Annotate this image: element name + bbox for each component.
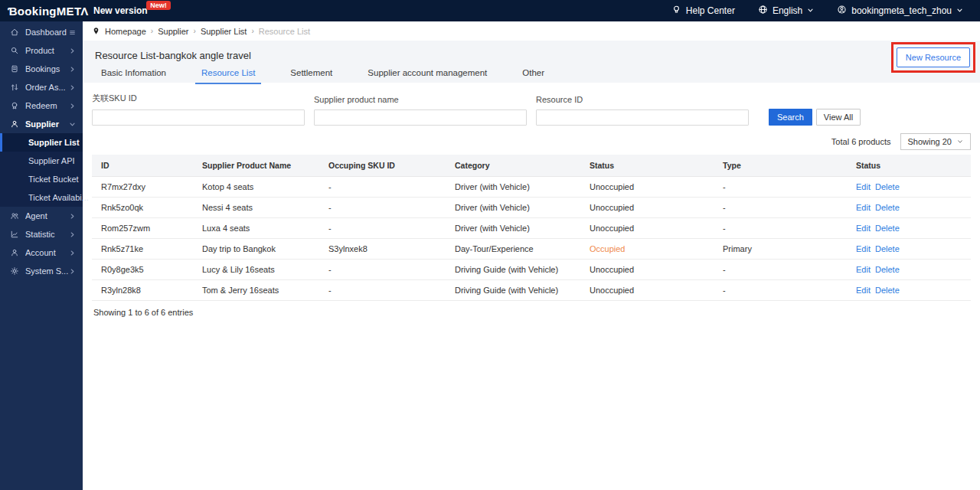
breadcrumb: Homepage›Supplier›Supplier List›Resource… [83,21,980,41]
edit-link[interactable]: Edit [856,224,871,233]
sidebar-item-supplier-list[interactable]: Supplier List [0,133,83,152]
sidebar-item-redeem[interactable]: Redeem [0,96,83,115]
filter-input-2[interactable] [536,109,749,126]
tab-resource-list[interactable]: Resource List [195,68,261,84]
delete-link[interactable]: Delete [875,203,900,212]
sidebar-item-order-as[interactable]: Order As... [0,78,83,96]
cell-actions: EditDelete [847,218,971,239]
delete-link[interactable]: Delete [875,224,900,233]
cell-status: Unoccupied [580,218,714,239]
view-all-button[interactable]: View All [816,109,861,126]
sidebar-item-system-s[interactable]: System S... [0,262,83,280]
help-center-link[interactable]: Help Center [671,5,735,17]
table-header-row: IDSupplier Product NameOccuping SKU IDCa… [92,155,971,177]
delete-link[interactable]: Delete [875,286,900,295]
cell-type: - [714,260,847,280]
cell-id: Rnk5zo0qk [92,198,193,218]
cell-type: - [714,177,847,198]
table-row: R7mx27dxyKotop 4 seats-Driver (with Vehi… [92,177,971,198]
resource-table-body: R7mx27dxyKotop 4 seats-Driver (with Vehi… [92,177,971,301]
page-title: Resource List-bangkok angle travel [95,50,971,61]
tab-supplier-account-management[interactable]: Supplier account management [361,68,493,84]
chevron-down-icon [957,137,963,146]
sidebar-item-agent[interactable]: Agent [0,207,83,225]
breadcrumb-item[interactable]: Supplier List [201,27,247,36]
cell-sku: - [319,260,446,280]
page-size-dropdown[interactable]: Showing 20 [900,133,972,150]
cell-category: Day-Tour/Experience [446,239,580,260]
help-center-label: Help Center [686,5,735,16]
cell-id: R7mx27dxy [92,177,193,198]
tab-other[interactable]: Other [516,68,550,84]
filter-input-0[interactable] [92,109,305,126]
sidebar-item-ticket-availabi[interactable]: Ticket Availabi... [0,188,83,207]
tab-settlement[interactable]: Settlement [284,68,338,84]
main-content: Homepage›Supplier›Supplier List›Resource… [83,21,980,490]
new-resource-button[interactable]: New Resource [897,47,970,67]
filter-field: 关联SKU ID [92,93,305,126]
cell-category: Driver (with Vehicle) [446,218,580,239]
clipboard-icon [10,64,19,74]
breadcrumb-item: Resource List [259,27,310,36]
location-pin-icon [92,27,100,35]
edit-link[interactable]: Edit [856,182,871,191]
filter-input-1[interactable] [314,109,527,126]
delete-link[interactable]: Delete [875,244,900,253]
sidebar-item-label: Statistic [25,230,69,239]
cell-name: Day trip to Bangkok [193,239,319,260]
sidebar-subitem-label: Ticket Availabi... [28,193,89,202]
language-selector[interactable]: English [758,5,814,17]
delete-link[interactable]: Delete [875,182,900,191]
edit-link[interactable]: Edit [856,203,871,212]
edit-link[interactable]: Edit [856,244,871,253]
table-row: R3yln28k8Tom & Jerry 16seats-Driving Gui… [92,280,971,301]
filter-field: Resource ID [536,95,749,126]
user-circle-icon [837,5,847,17]
menu-icon[interactable] [69,29,76,36]
list-toolbar: Total 6 products Showing 20 [92,133,971,150]
sidebar-item-supplier-api[interactable]: Supplier API [0,152,83,170]
sidebar-item-statistic[interactable]: Statistic [0,225,83,243]
resource-table: IDSupplier Product NameOccuping SKU IDCa… [92,155,971,301]
language-label: English [773,5,802,16]
edit-link[interactable]: Edit [856,286,871,295]
tab-basic-infomation[interactable]: Basic Infomation [95,68,172,84]
cell-actions: EditDelete [847,177,971,198]
arrows-icon [10,83,19,92]
cell-type: - [714,198,847,218]
sidebar-item-product[interactable]: Product [0,41,83,60]
sidebar-submenu: Supplier ListSupplier APITicket BucketTi… [0,133,83,207]
new-version-link[interactable]: New version New! [93,5,148,16]
user-menu[interactable]: bookingmeta_tech_zhou [837,5,963,17]
sidebar-item-bookings[interactable]: Bookings [0,60,83,78]
breadcrumb-item[interactable]: Supplier [158,27,188,36]
sidebar-item-ticket-bucket[interactable]: Ticket Bucket [0,170,83,188]
bulb-icon [671,5,681,17]
cell-sku: - [319,198,446,218]
search-icon [10,46,19,55]
sidebar-item-dashboard[interactable]: Dashboard [0,23,83,41]
sidebar-item-account[interactable]: Account [0,243,83,262]
username: bookingmeta_tech_zhou [851,5,952,16]
cell-category: Driving Guide (with Vehicle) [446,260,580,280]
delete-link[interactable]: Delete [875,265,900,274]
breadcrumb-item[interactable]: Homepage [105,27,146,36]
breadcrumb-separator: › [251,27,253,35]
breadcrumb-separator: › [151,27,153,35]
chevron-down-icon [956,5,963,16]
chevron-down-icon [807,5,814,16]
chevron-right-icon [69,268,76,275]
sidebar-item-supplier[interactable]: Supplier [0,115,83,133]
filter-field: Supplier product name [314,95,527,126]
filter-label: Supplier product name [314,95,527,104]
gear-icon [10,266,19,276]
column-header: Type [714,155,847,177]
cell-category: Driver (with Vehicle) [446,198,580,218]
badge-icon [10,101,19,110]
search-button[interactable]: Search [769,109,812,126]
tab-bar: Basic InfomationResource ListSettlementS… [95,68,971,84]
edit-link[interactable]: Edit [856,265,871,274]
cell-type: - [714,280,847,301]
column-header: ID [92,155,193,177]
cell-status: Unoccupied [580,280,714,301]
